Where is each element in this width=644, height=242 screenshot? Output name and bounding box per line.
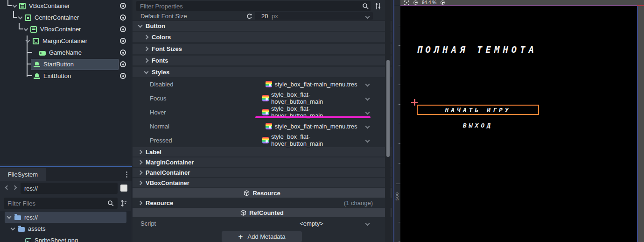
button-label: Add Metadata (247, 233, 285, 240)
property-row-default-font-size: Default Font Size 20 px (133, 12, 392, 21)
button-icon (34, 61, 40, 68)
scene-node-gamename[interactable]: GameName (0, 47, 131, 58)
property-value[interactable]: 20 (261, 13, 268, 20)
chevron-down-icon[interactable] (365, 82, 370, 87)
start-button-selection-rect[interactable]: НАЧАТЬ ИГРУ (417, 105, 539, 115)
chevron-down-icon[interactable] (365, 138, 370, 143)
revert-icon[interactable] (246, 13, 252, 20)
scene-dock: VBoxContainer CenterContainer VBoxContai… (0, 0, 132, 166)
collapse-arrow-icon[interactable] (18, 14, 23, 19)
section-fonts[interactable]: Fonts (133, 56, 392, 65)
property-label: Focus (150, 95, 166, 102)
scene-node-label: GameName (49, 49, 82, 56)
chevron-right-icon (138, 180, 143, 185)
category-refcounted[interactable]: RefCounted (133, 208, 392, 217)
inspector-scrollbar[interactable] (385, 0, 391, 242)
section-margincontainer[interactable]: MarginContainer (133, 157, 392, 167)
scrollbar-thumb[interactable] (386, 60, 390, 157)
path-input[interactable] (21, 183, 118, 194)
zoom-in-icon[interactable] (441, 0, 445, 5)
scene-node-exitbutton[interactable]: ExitButton (0, 70, 131, 82)
chevron-down-icon[interactable] (365, 221, 370, 226)
game-canvas[interactable]: ПОЛНАЯ ТЕМНОТА НАЧАТЬ ИГРУ ВЫХОД (400, 6, 637, 242)
scene-node-centercontainer[interactable]: CenterContainer (0, 12, 131, 23)
visibility-eye-icon[interactable] (120, 73, 126, 79)
zoom-level[interactable]: 94.4 % (422, 0, 436, 5)
tab-filesystem[interactable]: FileSystem (0, 168, 46, 181)
scene-node-label: StartButton (43, 61, 74, 68)
history-back-icon[interactable] (5, 185, 10, 190)
visibility-eye-icon[interactable] (120, 26, 126, 32)
viewport-outside-area (638, 6, 644, 242)
filter-properties-input[interactable] (136, 1, 371, 11)
file-row-spritesheet[interactable]: SpriteSheet.png (0, 235, 131, 242)
center-view-icon[interactable] (404, 0, 409, 5)
section-label: VBoxContainer (146, 179, 189, 186)
section-panelcontainer[interactable]: PanelContainer (133, 168, 392, 177)
visibility-eye-icon[interactable] (120, 14, 126, 21)
property-unit: px (272, 13, 278, 20)
resource-value[interactable]: style_box_flat-hover_button_main (262, 133, 361, 147)
resource-name: style_box_flat-hover_button_main (271, 91, 361, 105)
section-font-sizes[interactable]: Font Sizes (133, 44, 392, 54)
property-label: Default Font Size (140, 13, 187, 20)
section-styles[interactable]: Styles (133, 67, 392, 77)
section-button[interactable]: Button (133, 21, 392, 31)
resource-value[interactable]: style_box_flat-main_menu.tres (262, 123, 361, 130)
section-label: Font Sizes (152, 45, 182, 52)
file-row-assets[interactable]: assets (0, 223, 131, 235)
property-row-script: Script <empty> (133, 218, 392, 228)
category-label: Resource (252, 190, 280, 197)
section-vboxcontainer[interactable]: VBoxContainer (133, 178, 392, 187)
history-forward-icon[interactable] (13, 185, 17, 190)
sort-files-icon[interactable] (120, 199, 127, 207)
add-metadata-button[interactable]: + Add Metadata (222, 231, 302, 242)
section-label-type[interactable]: Label (133, 147, 392, 157)
stylebox-resource-icon (262, 95, 269, 101)
collapse-arrow-icon[interactable] (13, 3, 17, 7)
scene-node-vboxcontainer-inner[interactable]: VBoxContainer (0, 23, 131, 35)
scene-node-margincontainer[interactable]: MarginContainer (0, 35, 131, 47)
chevron-down-icon[interactable] (365, 110, 370, 115)
chevron-right-icon (138, 200, 143, 205)
scene-node-vboxcontainer-root[interactable]: VBoxContainer (0, 0, 131, 12)
chevron-down-icon[interactable] (365, 124, 370, 129)
file-row-res[interactable]: res:// (5, 212, 126, 223)
filter-files-input[interactable] (4, 198, 118, 209)
collapse-arrow-icon[interactable] (7, 214, 12, 219)
exit-button-text[interactable]: ВЫХОД (417, 122, 539, 129)
property-row-disabled: Disabled style_box_flat-main_menu.tres (133, 77, 392, 91)
image-file-icon (25, 238, 31, 242)
resource-value[interactable]: style_box_flat-main_menu.tres (262, 81, 361, 88)
chevron-down-icon[interactable] (365, 96, 370, 101)
visibility-eye-icon[interactable] (120, 61, 126, 67)
resource-value[interactable]: style_box_flat-hover_button_main (262, 91, 361, 105)
stylebox-resource-icon (262, 109, 269, 115)
visibility-eye-icon[interactable] (120, 3, 126, 9)
category-label: RefCounted (249, 209, 284, 216)
property-label: Disabled (150, 81, 174, 88)
collapse-arrow-icon[interactable] (26, 38, 30, 43)
margin-container-icon (33, 38, 39, 44)
zoom-out-icon[interactable] (413, 0, 418, 5)
visibility-eye-icon[interactable] (120, 50, 126, 56)
section-colors[interactable]: Colors (133, 32, 392, 42)
scene-node-startbutton[interactable]: StartButton (0, 58, 131, 70)
section-resource[interactable]: Resource (1 change) (133, 199, 392, 207)
section-label: PanelContainer (146, 169, 190, 176)
visibility-eye-icon[interactable] (120, 38, 126, 44)
inspector-options-icon[interactable] (374, 2, 382, 10)
property-label: Normal (150, 123, 169, 130)
category-resource[interactable]: Resource (133, 188, 392, 198)
hover-highlight-underline (255, 116, 371, 118)
dock-menu-icon[interactable] (126, 171, 128, 178)
section-label: Resource (146, 199, 173, 206)
file-label: res:// (24, 214, 38, 221)
display-mode-toggle-icon[interactable] (120, 185, 127, 192)
script-value[interactable]: <empty> (262, 220, 361, 227)
property-label: Hover (150, 109, 166, 116)
object-cube-icon (240, 210, 246, 216)
collapse-arrow-icon[interactable] (11, 226, 15, 230)
collapse-arrow-icon[interactable] (24, 26, 28, 31)
start-button-text: НАЧАТЬ ИГРУ (445, 107, 511, 114)
